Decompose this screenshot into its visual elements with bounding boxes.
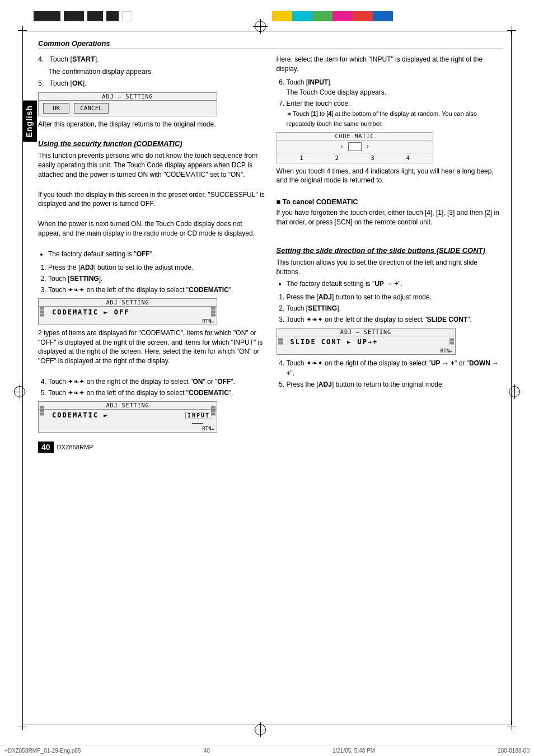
bar-green: [312, 11, 332, 21]
reg-mark-bl: [18, 721, 27, 730]
slide-cont-box: ADJ – SETTING SLIDE CONT ► UP→+ RTN↵: [277, 328, 456, 355]
right-arrow: ›: [366, 143, 370, 150]
input-label: INPUT: [185, 412, 212, 419]
step5-num: 5.: [38, 79, 44, 87]
codematic-step2: Touch [SETTING].: [48, 274, 265, 284]
when-touch-text: When you touch 4 times, and 4 indicators…: [277, 167, 504, 186]
codematic-off-rtn: RTN↵: [39, 318, 217, 325]
page-number: 40: [38, 442, 54, 453]
step4: 4. Touch [START].: [38, 55, 265, 65]
slide-cont-title: Setting the slide direction of the slide…: [277, 246, 504, 255]
right-column: Here, select the item for which "INPUT" …: [277, 55, 504, 453]
reg-mark-tl: [18, 26, 27, 35]
footer-page: 40: [204, 748, 210, 754]
left-column: 4. Touch [START]. The confirmation displ…: [38, 55, 265, 453]
codematic-off-content: CODEMATIC ► OFF: [39, 307, 217, 318]
slide-step2: Touch [SETTING].: [287, 303, 504, 313]
slide-step1: Press the [ADJ] button to set to the adj…: [287, 292, 504, 302]
bar-yellow: [272, 11, 292, 21]
bar-red: [353, 11, 373, 21]
model-number: DXZ858RMP: [57, 444, 93, 450]
footer-left: +DXZ858RMP_01-29-Eng.p65: [4, 748, 81, 754]
footer: +DXZ858RMP_01-29-Eng.p65 40 1/21/05, 5:4…: [0, 745, 534, 756]
codematic-input-rtn: RTN↵: [39, 425, 217, 432]
step6: Touch [INPUT]. The Touch Code display ap…: [287, 77, 504, 97]
two-types-text: 2 types of items are displayed for "CODE…: [38, 328, 265, 366]
codematic-preset: If you touch the display in this screen …: [38, 190, 265, 209]
slide-step4: Touch ✦❧✦ on the right of the display to…: [287, 358, 504, 378]
slide-cont-adj-title: ADJ – SETTING: [277, 328, 455, 336]
num-3[interactable]: 3: [371, 154, 374, 162]
reg-mark-br: [507, 721, 516, 730]
codematic-step5: Touch ✦❧✦ on the left of the display to …: [48, 388, 265, 398]
after-text: After this operation, the display return…: [38, 120, 265, 129]
main-columns: 4. Touch [START]. The confirmation displ…: [38, 55, 503, 453]
codematic-off-box: ADJ-SETTING CODEMATIC ► OFF RTN↵: [38, 298, 217, 325]
bar-black-2: [64, 11, 84, 21]
slide-cont-factory: The factory default setting is "UP → +".: [287, 279, 504, 289]
num-2[interactable]: 2: [335, 154, 339, 162]
step4-num: 4.: [38, 55, 44, 63]
code-display: CODE MATIC ‹ › 1 2 3 4: [277, 132, 433, 163]
adj-title: ADJ – SETTING: [39, 93, 217, 101]
circle-mark-right: [509, 386, 520, 397]
step7: Enter the touch code. ∗ Touch [1] to [4]…: [287, 98, 504, 129]
bar-cyan: [292, 11, 312, 21]
code-input-box[interactable]: [348, 142, 362, 151]
codematic-title: Using the security function (CODEMATIC): [38, 139, 265, 148]
page-border-top: [22, 31, 512, 31]
bar-white: [122, 11, 132, 21]
codematic-input-box: ADJ-SETTING CODEMATIC ► INPUT RTN↵: [38, 401, 217, 433]
num-4[interactable]: 4: [406, 154, 410, 162]
codematic-intro: This function prevents persons who do no…: [38, 151, 265, 179]
top-left-bars: [34, 11, 132, 21]
bar-blue: [373, 11, 393, 21]
page-border-bottom: [22, 725, 512, 725]
bar-black-1: [34, 11, 60, 21]
step5: 5. Touch [OK].: [38, 79, 265, 89]
codematic-step1: Press the [ADJ] button to set to the adj…: [48, 262, 265, 273]
cancel-button[interactable]: CANCEL: [74, 103, 109, 114]
code-display-arrows: ‹ ›: [277, 140, 433, 153]
bar-black-4: [106, 11, 119, 21]
footer-code: 280-8188-00: [498, 748, 530, 754]
left-arrow: ‹: [340, 143, 344, 150]
here-select-text: Here, select the item for which "INPUT" …: [277, 55, 504, 74]
slide-step5: Press the [ADJ] button to return to the …: [287, 379, 504, 389]
code-display-title: CODE MATIC: [277, 133, 433, 140]
top-right-bars: [272, 11, 393, 21]
content-area: Common Operations 4. Touch [START]. The …: [38, 39, 503, 720]
step4-sub: The confirmation display appears.: [48, 67, 265, 77]
to-cancel-heading: ■ To cancel CODEMATIC: [277, 198, 504, 206]
codematic-input-title: ADJ-SETTING: [39, 402, 217, 410]
codematic-step3: Touch ✦❧✦ on the left of the display to …: [48, 285, 265, 295]
page-border-right: [511, 31, 512, 725]
adj-setting-box-ok-cancel: ADJ – SETTING OK CANCEL: [38, 92, 217, 116]
top-color-bars: [0, 11, 534, 21]
bar-black-3: [87, 11, 103, 21]
to-cancel-text: If you have forgotten the touch order, e…: [277, 208, 504, 227]
slide-cont-adj-content: SLIDE CONT ► UP→+: [277, 336, 455, 348]
codematic-factory: The factory default setting is "OFF".: [48, 249, 265, 259]
language-tab: English: [22, 101, 37, 142]
footer-date: 1/21/05, 5:48 PM: [332, 748, 375, 754]
circle-mark-top: [255, 21, 266, 32]
slide-cont-intro: This function allows you to set the dire…: [277, 258, 504, 277]
section-common-ops: Common Operations: [38, 39, 503, 49]
codematic-off-title: ADJ-SETTING: [39, 299, 217, 307]
num-1[interactable]: 1: [299, 154, 303, 162]
circle-mark-bottom: [255, 724, 266, 735]
codematic-power: When the power is next turned ON, the To…: [38, 219, 265, 238]
ok-button[interactable]: OK: [43, 103, 69, 114]
codematic-input-content: CODEMATIC ► INPUT: [39, 410, 217, 421]
reg-mark-tr: [507, 26, 516, 35]
bar-magenta: [332, 11, 353, 21]
codematic-step4: Touch ✦❧✦ on the right of the display to…: [48, 377, 265, 387]
code-display-numbers: 1 2 3 4: [277, 153, 433, 163]
slide-step3: Touch ✦❧✦ on the left of the display to …: [287, 314, 504, 325]
slide-cont-rtn: RTN↵: [277, 348, 455, 354]
step6-sub: The Touch Code display appears.: [287, 88, 387, 96]
circle-mark-left: [14, 386, 25, 397]
